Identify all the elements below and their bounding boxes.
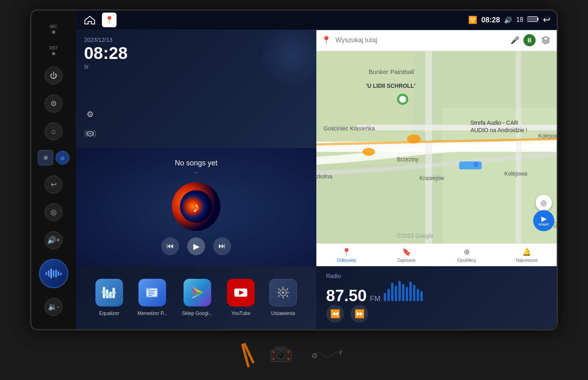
svg-text:Szkolna: Szkolna [316,173,333,180]
svg-point-60 [282,291,284,294]
app-equalizer[interactable]: Equalizer [95,279,123,316]
prev-track-button[interactable]: ⏮ [161,237,179,255]
svg-text:'U LIDII SCHROLL': 'U LIDII SCHROLL' [366,83,415,89]
volume-level: 18 [516,16,523,24]
stereo-unit: MIC RST ⏻ ⚙ ⌂ ❄ ⌀ ↩ ◎ [30,9,558,330]
app-files[interactable]: Menedżer P... [138,279,167,316]
svg-point-24 [407,134,421,143]
rst-label: RST [50,46,58,50]
play-store-svg [188,284,206,302]
map-start-button[interactable]: ▶ START [533,210,554,231]
svg-point-77 [314,355,315,356]
svg-rect-4 [55,269,57,278]
sidebar-settings-icon[interactable]: ⚙ [82,106,98,122]
next-track-button[interactable]: ⏭ [213,237,231,255]
album-art-image: ♪ [172,182,220,231]
wave-bar-10 [417,289,419,301]
datetime-sidebar-icons: ⚙ [82,106,98,141]
rear-camera [267,345,295,365]
svg-rect-6 [60,273,62,275]
home-button[interactable]: ⌂ [45,122,63,140]
maps-status-button[interactable]: 📍 [102,13,117,27]
radio-panel: Radio 87.50 FM [316,266,557,329]
volume-down-button[interactable]: 🔉- [45,298,63,316]
map-layers-button[interactable] [540,34,552,46]
location-button[interactable]: ◎ [45,203,63,221]
map-mic-icon[interactable]: 🎤 [510,36,519,45]
sound-viz-icon [45,268,63,279]
power-button[interactable]: ⏻ [45,67,63,85]
map-view[interactable]: Bunker Paintball 'U LIDII SCHROLL' Gości… [316,51,557,243]
maps-pin-icon: 📍 [105,15,114,24]
volume-up-button[interactable]: 🔊+ [45,231,63,249]
nav-najnowsze-label: Najnowsze [516,258,538,263]
wave-bar-8 [409,282,412,301]
svg-rect-5 [58,271,59,276]
svg-rect-43 [106,289,108,298]
radio-controls: ⏪ ⏩ [326,305,547,323]
svg-rect-47 [105,294,110,296]
main-screen: 📍 🛜 08:28 🔊 18 ↩ [76,11,557,329]
bluetooth-button[interactable]: ⌀ [56,151,69,165]
svg-point-70 [288,351,290,353]
map-location-button[interactable]: ◎ [536,195,552,211]
map-nav-zapisane[interactable]: 🔖 Zapisane [376,244,437,266]
radio-icon [84,128,96,139]
svg-point-69 [272,358,275,360]
play-button[interactable]: ▶ [187,237,205,255]
app-youtube[interactable]: YouTube [227,279,255,316]
files-label: Menedżer P... [138,311,167,316]
svg-point-74 [340,350,342,352]
battery-icon [527,16,539,24]
svg-point-23 [399,96,406,102]
battery-svg [527,16,539,22]
map-svg: Bunker Paintball 'U LIDII SCHROLL' Gości… [316,51,557,243]
sidebar-radio-icon[interactable] [82,126,98,141]
explore-icon: 📍 [342,248,351,256]
home-status-button[interactable] [82,13,97,27]
svg-rect-1 [48,270,50,277]
pry-bars-image [240,342,255,367]
equalizer-icon [95,279,123,306]
publish-icon: ⊕ [464,248,470,256]
radio-prev-button[interactable]: ⏪ [326,305,344,323]
back-button[interactable]: ↩ [45,176,63,193]
svg-rect-46 [102,291,106,293]
wave-bar-7 [406,287,408,301]
map-search-input[interactable] [335,37,506,44]
settings-svg [274,284,292,302]
mic-label: MIC [50,24,57,29]
svg-point-68 [272,351,275,353]
radio-next-button[interactable]: ⏩ [350,305,368,323]
earphone-cable [311,347,344,363]
svg-text:Brzeziny: Brzeziny [397,156,419,163]
map-nav-najnowsze[interactable]: 🔔 Najnowsze [497,244,557,266]
sound-viz-button[interactable] [39,259,68,288]
back-arrow-icon: ↩ [51,180,57,189]
back-status-icon[interactable]: ↩ [543,15,550,25]
svg-point-27 [473,161,479,167]
snowflake-button[interactable]: ❄ [38,150,53,165]
youtube-icon [227,279,255,306]
music-title: No songs yet [175,159,217,167]
svg-rect-19 [425,51,432,243]
app-play-store[interactable]: Sklep Googl... [182,279,212,316]
gear-icon: ⚙ [50,99,57,108]
wave-bar-3 [391,283,393,301]
play-store-label: Sklep Googl... [182,311,212,316]
equalizer-svg [100,284,118,302]
wave-bar-1 [384,293,386,301]
map-avatar[interactable]: B [523,34,536,46]
datetime-panel: 2023/12/13 08:28 śr ⚙ [76,30,316,148]
svg-point-25 [363,148,375,155]
camera-svg [267,345,295,365]
map-nav-opublikuj[interactable]: ⊕ Opublikuj [437,244,497,266]
map-panel[interactable]: 📍 🎤 B [316,30,557,266]
app-settings[interactable]: Ustawienia [269,279,297,316]
svg-text:Bunker Paintball: Bunker Paintball [369,68,414,75]
map-nav-odkrywaj[interactable]: 📍 Odkrywaj [316,244,376,266]
radio-freq-row: 87.50 FM [326,281,547,305]
music-panel[interactable]: No songs yet -- [76,148,316,266]
settings-button[interactable]: ⚙ [45,95,63,113]
svg-text:Gościniec Krasieńka: Gościniec Krasieńka [324,125,375,131]
